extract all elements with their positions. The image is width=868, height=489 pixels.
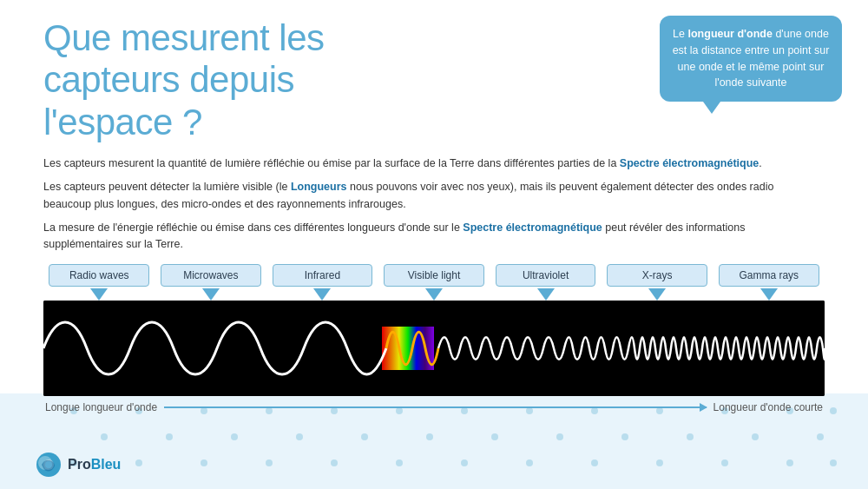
main-content: Le longueur d'onde d'une onde est la dis… [0, 0, 868, 413]
label-item-infrared: Infrared [266, 264, 378, 301]
paragraph-1: Les capteurs mesurent la quantité de lum… [43, 155, 790, 172]
spectrum-section: Radio waves Microwaves Infrared Visible … [43, 264, 825, 413]
wave-visualization [43, 301, 825, 396]
label-item-radio: Radio waves [43, 264, 155, 301]
label-radio-waves: Radio waves [49, 264, 149, 287]
label-xrays: X-rays [607, 264, 707, 287]
svg-point-37 [830, 459, 837, 466]
logo-text: ProBleu [68, 457, 121, 472]
svg-point-17 [361, 433, 368, 440]
svg-point-28 [266, 459, 273, 466]
arrow-uv [537, 288, 555, 301]
svg-point-34 [656, 459, 663, 466]
svg-point-29 [331, 459, 338, 466]
svg-point-16 [296, 433, 303, 440]
svg-point-36 [786, 459, 793, 466]
label-item-visible: Visible light [378, 264, 490, 301]
svg-point-43 [45, 461, 52, 468]
svg-point-15 [231, 433, 238, 440]
label-item-micro: Microwaves [155, 264, 267, 301]
logo-icon [35, 451, 62, 479]
svg-point-30 [396, 459, 403, 466]
svg-point-26 [135, 459, 142, 466]
arrow-radio [90, 288, 108, 301]
svg-point-19 [491, 433, 498, 440]
svg-point-23 [752, 433, 759, 440]
svg-point-20 [556, 433, 563, 440]
svg-point-14 [166, 433, 173, 440]
label-gamma: Gamma rays [719, 264, 819, 287]
link-spectre-2[interactable]: Spectre électromagnétique [463, 221, 602, 234]
callout-keyword: longueur d'onde [688, 28, 773, 40]
label-microwaves: Microwaves [161, 264, 261, 287]
label-ultraviolet: Ultraviolet [496, 264, 596, 287]
svg-point-31 [461, 459, 468, 466]
scale-label-left: Longue longueur d'onde [45, 401, 157, 413]
label-infrared: Infrared [273, 264, 373, 287]
paragraph-3: La mesure de l'énergie réfléchie ou émis… [43, 220, 790, 254]
svg-point-24 [817, 433, 824, 440]
svg-point-33 [591, 459, 598, 466]
scale-bar: Longue longueur d'onde Longueur d'onde c… [43, 401, 825, 413]
label-item-gamma: Gamma rays [713, 264, 825, 301]
svg-point-32 [526, 459, 533, 466]
arrow-micro [202, 288, 220, 301]
link-spectre-1[interactable]: Spectre électromagnétique [620, 157, 759, 169]
logo-brand: Bleu [91, 457, 122, 472]
link-longueurs[interactable]: Longueurs [291, 181, 347, 193]
label-item-xray: X-rays [602, 264, 713, 301]
svg-point-18 [426, 433, 433, 440]
svg-point-35 [721, 459, 728, 466]
paragraph-2: Les capteurs peuvent détecter la lumière… [43, 179, 790, 213]
arrow-visible [425, 288, 443, 301]
arrow-gamma [760, 288, 778, 301]
scale-label-right: Longueur d'onde courte [713, 401, 823, 413]
logo: ProBleu [35, 451, 121, 479]
spectrum-labels-row: Radio waves Microwaves Infrared Visible … [43, 264, 825, 301]
svg-point-22 [687, 433, 694, 440]
svg-point-27 [201, 459, 207, 466]
scale-arrow [164, 406, 707, 408]
callout-box: Le longueur d'onde d'une onde est la dis… [660, 16, 842, 102]
svg-point-13 [101, 433, 108, 440]
label-visible-light: Visible light [384, 264, 484, 287]
label-item-uv: Ultraviolet [490, 264, 602, 301]
svg-point-21 [621, 433, 628, 440]
arrow-infrared [313, 288, 331, 301]
arrow-xray [648, 288, 666, 301]
